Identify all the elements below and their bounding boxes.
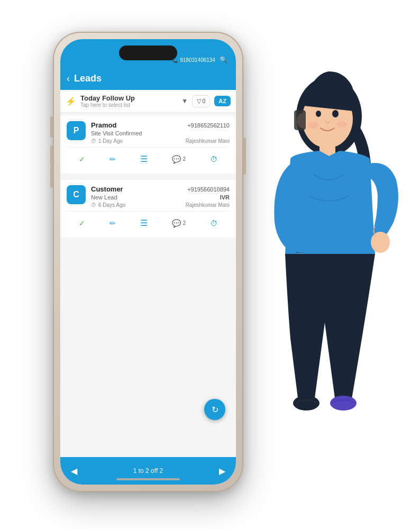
list-button[interactable]: ☰: [138, 152, 150, 166]
lead-phone: +919566010894: [187, 186, 230, 193]
back-button[interactable]: ‹: [67, 73, 70, 84]
lightning-icon: ⚡: [66, 96, 76, 106]
lead-time: 1 Day Ago: [98, 138, 123, 144]
chat-button[interactable]: 💬 2: [170, 217, 188, 230]
svg-point-12: [330, 396, 357, 411]
lead-time-row: ⏱ 6 Days Ago Rajeshkumar Mani: [91, 202, 230, 208]
refresh-icon: ↻: [212, 405, 218, 415]
lead-info: Pramod +918652562110 Site Visit Confirme…: [91, 121, 230, 144]
lead-assignee: Rajeshkumar Mani: [186, 138, 230, 144]
schedule-button[interactable]: ⏱: [208, 153, 220, 166]
chat-count: 2: [183, 220, 186, 226]
list-button[interactable]: ☰: [138, 216, 150, 230]
az-sort-button[interactable]: AZ: [214, 96, 231, 106]
lead-status: New Lead: [91, 194, 117, 200]
lead-avatar: P: [67, 121, 86, 140]
action-row: ✓ ✏ ☰ 💬 2 ⏱: [67, 211, 230, 232]
filter-main-label: Today Follow Up: [80, 94, 177, 102]
action-row: ✓ ✏ ☰ 💬 2 ⏱: [67, 147, 230, 168]
status-phone-number: 918031406134: [180, 57, 215, 63]
phone-outer-shell: 📞 918031406134 🔍 ‹ Leads ⚡ Today Follow …: [53, 32, 243, 492]
prev-page-button[interactable]: ◀: [71, 466, 77, 476]
lead-name-row: Pramod +918652562110: [91, 121, 230, 129]
lead-avatar: C: [67, 185, 86, 204]
filter-arrow-icon: ▼: [181, 97, 188, 105]
edit-button[interactable]: ✏: [107, 217, 118, 230]
home-indicator: [116, 478, 180, 480]
chat-button[interactable]: 💬 2: [170, 153, 188, 166]
lead-status-row: Site Visit Confirmed: [91, 130, 230, 136]
chat-count: 2: [183, 156, 186, 162]
edit-button[interactable]: ✏: [107, 153, 118, 166]
pagination-text: 1 to 2 off 2: [133, 467, 163, 475]
next-page-button[interactable]: ▶: [219, 466, 225, 476]
lead-card-top: P Pramod +918652562110 Site Visit Confir…: [67, 121, 230, 144]
lead-name: Customer: [91, 185, 123, 193]
svg-point-3: [316, 111, 321, 117]
person-svg: [251, 42, 409, 444]
phone-screen: 📞 918031406134 🔍 ‹ Leads ⚡ Today Follow …: [60, 39, 236, 485]
lead-status: Site Visit Confirmed: [91, 130, 142, 136]
lead-card: C Customer +919566010894 New Lead IVR: [60, 180, 236, 238]
svg-point-11: [293, 396, 319, 411]
nav-bar: ‹ Leads: [60, 67, 236, 90]
dynamic-island: [119, 45, 177, 60]
lead-status-row: New Lead IVR: [91, 194, 230, 200]
svg-point-9: [371, 232, 390, 253]
svg-point-4: [308, 122, 318, 129]
lead-card-top: C Customer +919566010894 New Lead IVR: [67, 185, 230, 208]
filter-count: 0: [202, 98, 205, 104]
clock-icon: ⏱: [91, 138, 96, 144]
clock-icon: ⏱: [91, 202, 96, 208]
filter-bar: ⚡ Today Follow Up Tap here to select lis…: [60, 90, 236, 113]
check-button[interactable]: ✓: [77, 153, 87, 166]
funnel-icon: ▽: [197, 98, 201, 105]
lead-time: 6 Days Ago: [98, 202, 125, 208]
lead-name-row: Customer +919566010894: [91, 185, 230, 193]
lead-phone: +918652562110: [187, 122, 230, 129]
bottom-navigation-bar: ◀ 1 to 2 off 2 ▶: [60, 457, 236, 485]
lead-time-row: ⏱ 1 Day Ago Rajeshkumar Mani: [91, 138, 230, 144]
svg-rect-8: [294, 110, 306, 130]
lead-assignee: Rajeshkumar Mani: [186, 202, 230, 208]
content-area: ⚡ Today Follow Up Tap here to select lis…: [60, 90, 236, 457]
check-button[interactable]: ✓: [77, 217, 87, 230]
filter-dropdown[interactable]: Today Follow Up Tap here to select list: [80, 94, 177, 108]
lead-card: P Pramod +918652562110 Site Visit Confir…: [60, 116, 236, 174]
svg-point-2: [332, 110, 339, 117]
search-icon[interactable]: 🔍: [220, 56, 227, 63]
lead-info: Customer +919566010894 New Lead IVR ⏱ 6 …: [91, 185, 230, 208]
fab-refresh-button[interactable]: ↻: [204, 399, 225, 420]
lead-name: Pramod: [91, 121, 116, 129]
filter-funnel-button[interactable]: ▽ 0: [192, 95, 210, 107]
card-divider: [60, 174, 236, 177]
lead-tag: IVR: [220, 194, 230, 200]
page-title: Leads: [74, 73, 230, 84]
phone-device: 📞 918031406134 🔍 ‹ Leads ⚡ Today Follow …: [53, 32, 243, 492]
filter-sub-label: Tap here to select list: [80, 102, 177, 108]
svg-point-5: [336, 121, 347, 127]
schedule-button[interactable]: ⏱: [208, 217, 220, 230]
person-illustration: [251, 42, 409, 444]
